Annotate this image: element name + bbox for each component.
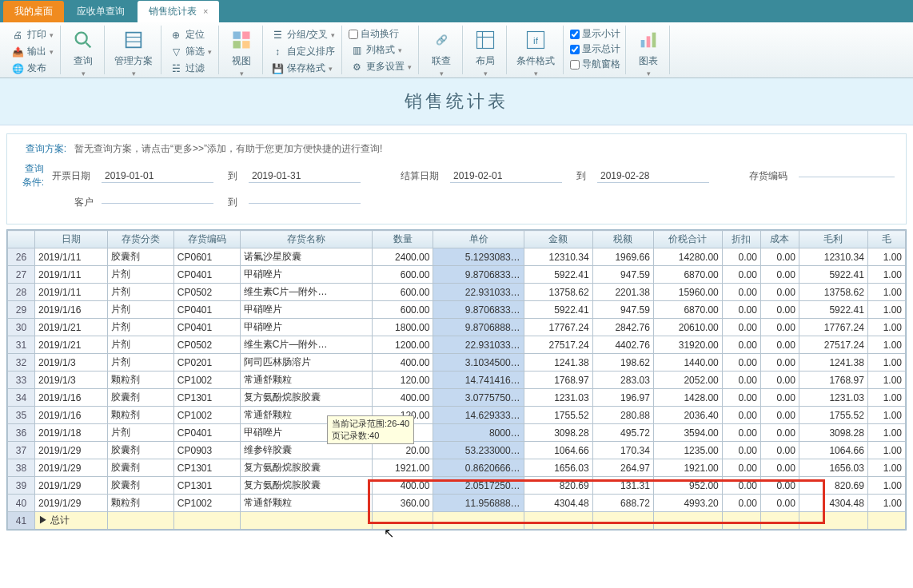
close-icon[interactable]: × <box>203 6 208 16</box>
locate-button[interactable]: ⊕定位 <box>168 27 206 42</box>
chart-button[interactable]: 图表 <box>632 26 664 79</box>
layout-icon <box>472 27 498 53</box>
group-icon: ☰ <box>271 29 284 42</box>
to-label-1: 到 <box>228 169 237 183</box>
table-row[interactable]: 262019/1/11胶囊剂CP0601诺氟沙星胶囊2400.005.12930… <box>8 248 906 266</box>
table-row[interactable]: 382019/1/29胶囊剂CP1301复方氨酚烷胺胶囊1921.000.862… <box>8 459 906 477</box>
search-icon <box>70 27 96 53</box>
customer-label: 客户 <box>74 196 97 209</box>
sort-button[interactable]: ↕自定义排序 <box>269 44 337 59</box>
svg-text:if: if <box>533 35 539 46</box>
locate-icon: ⊕ <box>169 29 182 42</box>
table-row[interactable]: 312019/1/21片剂CP0502维生素C片—附外…1200.0022.93… <box>8 336 906 354</box>
printer-icon: 🖨 <box>11 29 24 42</box>
condfmt-icon: if <box>523 27 548 53</box>
total-row[interactable]: 41▶ 总计 <box>8 512 906 530</box>
to-label-3: 到 <box>228 196 237 209</box>
colfmt-button[interactable]: ▥列格式 <box>349 42 404 58</box>
sort-icon: ↕ <box>271 46 284 58</box>
settle-date-to[interactable]: 2019-02-28 <box>597 169 709 183</box>
more-button[interactable]: ⚙更多设置 <box>349 59 413 74</box>
table-row[interactable]: 392019/1/29胶囊剂CP1301复方氨酚烷胺胶囊400.002.0517… <box>8 477 906 495</box>
tab-desktop[interactable]: 我的桌面 <box>3 1 64 22</box>
settle-date-from[interactable]: 2019-02-01 <box>450 169 562 183</box>
record-tooltip: 当前记录范围:26-40页记录数:40 <box>327 415 414 444</box>
chart-icon <box>636 27 661 53</box>
save-icon: 💾 <box>271 62 284 75</box>
invoice-date-label: 开票日期 <box>52 169 97 183</box>
customer-input[interactable] <box>102 201 213 204</box>
query-panel: 查询方案: 暂无查询方案，请点击“更多>>”添加，有助于您更加方便快捷的进行查询… <box>6 133 907 224</box>
group-button[interactable]: ☰分组/交叉 <box>269 27 337 42</box>
invcode-input[interactable] <box>799 175 895 177</box>
ribbon: 🖨打印 📤输出 🌐发布 查询 管理方案 ⊕定位 ▽筛选 ☵过滤 视图 ☰分组/交… <box>0 22 913 78</box>
svg-rect-14 <box>641 40 645 47</box>
link-button[interactable]: 🔗联查 <box>425 26 457 79</box>
header-row: 日期存货分类存货编码存货名称 数量单价金额税额 价税合计折扣成本毛利毛 <box>8 231 906 248</box>
table-row[interactable]: 342019/1/16胶囊剂CP1301复方氨酚烷胺胶囊400.003.0775… <box>8 389 906 407</box>
total-check[interactable]: 显示总计 <box>570 42 620 56</box>
table-row[interactable]: 282019/1/11片剂CP0502维生素C片—附外…600.0022.931… <box>8 284 906 301</box>
cursor-icon: ↖ <box>384 526 394 530</box>
tab-sales[interactable]: 销售统计表× <box>138 1 219 22</box>
table-row[interactable]: 302019/1/21片剂CP0401甲硝唑片1800.009.8706888…… <box>8 319 906 336</box>
svg-rect-6 <box>242 32 249 39</box>
scheme-button[interactable]: 管理方案 <box>111 26 156 79</box>
tab-bar: 我的桌面 应收单查询 销售统计表× <box>0 0 913 22</box>
tab-sales-label: 销售统计表 <box>149 6 197 17</box>
filter-button[interactable]: ▽筛选 <box>168 44 213 59</box>
filter-icon: ▽ <box>169 46 182 58</box>
savefmt-button[interactable]: 💾保存格式 <box>269 61 334 76</box>
view-icon <box>229 27 254 53</box>
scheme-icon <box>121 27 146 53</box>
svg-rect-16 <box>652 33 656 48</box>
svg-rect-9 <box>477 32 494 49</box>
table-row[interactable]: 332019/1/3颗粒剂CP1002常通舒颗粒120.0014.741416…… <box>8 371 906 389</box>
data-grid[interactable]: 日期存货分类存货编码存货名称 数量单价金额税额 价税合计折扣成本毛利毛 2620… <box>6 229 907 530</box>
autowrap-check[interactable]: 自动换行 <box>349 27 399 41</box>
svg-rect-5 <box>233 32 241 39</box>
settle-date-label: 结算日期 <box>401 169 445 183</box>
scheme-label: 查询方案: <box>18 142 66 156</box>
table-row[interactable]: 372019/1/29胶囊剂CP0903维参锌胶囊20.0053.233000…… <box>8 442 906 459</box>
invoice-date-from[interactable]: 2019-01-01 <box>102 169 213 183</box>
invcode-label: 存货编码 <box>749 169 794 183</box>
export-button[interactable]: 📤输出 <box>10 44 55 59</box>
svg-rect-2 <box>126 33 142 48</box>
publish-icon: 🌐 <box>11 62 24 75</box>
page-title: 销售统计表 <box>0 78 913 125</box>
table-row[interactable]: 352019/1/16颗粒剂CP1002常通舒颗粒120.0014.629333… <box>8 407 906 424</box>
scheme-text: 暂无查询方案，请点击“更多>>”添加，有助于您更加方便快捷的进行查询! <box>74 142 382 156</box>
view-button[interactable]: 视图 <box>225 26 257 79</box>
svg-rect-15 <box>647 36 651 47</box>
table-row[interactable]: 322019/1/3片剂CP0201阿司匹林肠溶片400.003.1034500… <box>8 354 906 371</box>
invoice-date-to[interactable]: 2019-01-31 <box>249 169 361 183</box>
column-icon: ▥ <box>350 44 363 57</box>
table-row[interactable]: 272019/1/11片剂CP0401甲硝唑片600.009.8706833…5… <box>8 266 906 284</box>
customer-to-input[interactable] <box>249 201 361 204</box>
to-label-2: 到 <box>576 169 586 183</box>
svg-line-1 <box>86 43 91 48</box>
condfmt-button[interactable]: if条件格式 <box>513 26 558 79</box>
table-row[interactable]: 362019/1/18片剂CP0401甲硝唑片8000…3098.28495.7… <box>8 424 906 442</box>
filter2-icon: ☵ <box>169 62 182 75</box>
svg-rect-8 <box>242 41 249 48</box>
cond-label: 查询条件: <box>18 162 44 189</box>
svg-rect-7 <box>233 41 241 48</box>
table-row[interactable]: 292019/1/16片剂CP0401甲硝唑片600.009.8706833…5… <box>8 301 906 319</box>
svg-point-0 <box>76 33 87 44</box>
filter2-button[interactable]: ☵过滤 <box>168 61 206 76</box>
table-row[interactable]: 402019/1/29颗粒剂CP1002常通舒颗粒360.0011.956888… <box>8 495 906 512</box>
link-icon: 🔗 <box>429 27 454 53</box>
publish-button[interactable]: 🌐发布 <box>10 61 48 76</box>
nav-check[interactable]: 导航窗格 <box>570 58 620 71</box>
export-icon: 📤 <box>11 46 24 58</box>
subtotal-check[interactable]: 显示小计 <box>570 27 620 41</box>
search-button[interactable]: 查询 <box>67 26 99 79</box>
print-button[interactable]: 🖨打印 <box>10 27 55 42</box>
layout-button[interactable]: 布局 <box>469 26 501 79</box>
tab-receivable[interactable]: 应收单查询 <box>66 1 136 22</box>
gear-icon: ⚙ <box>350 61 363 74</box>
